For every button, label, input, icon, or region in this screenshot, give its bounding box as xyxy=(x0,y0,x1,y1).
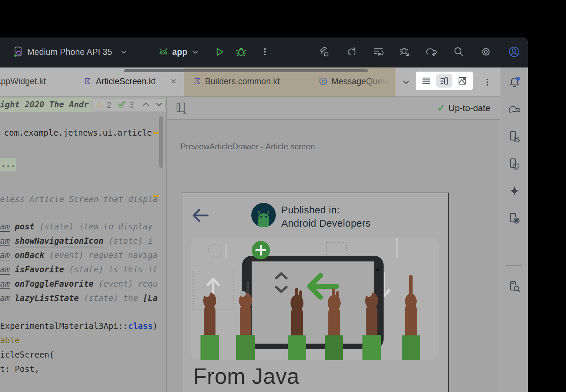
svg-text:A: A xyxy=(348,52,352,57)
article-hero-image xyxy=(191,237,439,360)
split-view-button[interactable] xyxy=(436,74,452,88)
right-tool-stripe xyxy=(500,67,528,392)
publisher-name: Android Developers xyxy=(281,218,371,229)
code-line: eless Article Screen that displa xyxy=(0,194,158,205)
gemini-sparkle-icon[interactable] xyxy=(508,185,521,197)
device-mirroring-icon[interactable] xyxy=(508,212,521,225)
ok-count: 3 xyxy=(129,100,134,110)
more-actions-kebab-icon[interactable] xyxy=(259,46,271,58)
tab-appwidget[interactable]: AppWidget.kt xyxy=(0,76,46,86)
tab-separator xyxy=(297,71,297,92)
tab-options-kebab-icon[interactable] xyxy=(482,77,492,87)
prev-chevron-up-icon[interactable] xyxy=(142,100,150,111)
tab-articlescreen[interactable]: ArticleScreen.kt xyxy=(96,76,155,86)
code-line: am onBack (event) request naviga xyxy=(0,250,158,261)
publisher-avatar xyxy=(251,203,276,227)
main-toolbar: Medium Phone API 35 app xyxy=(0,37,528,67)
design-view-button[interactable] xyxy=(454,74,471,88)
tab-overflow-fade xyxy=(361,68,396,96)
apply-changes-icon[interactable]: A xyxy=(345,46,357,58)
device-chevron-down-icon[interactable] xyxy=(120,48,128,56)
article-preview-card[interactable]: Published in: Android Developers xyxy=(181,193,449,392)
code-line: com.example.jetnews.ui.article xyxy=(4,127,152,138)
ok-checks-icon xyxy=(117,99,127,111)
preview-status: ✓Up-to-date xyxy=(437,103,490,114)
compose-preview-pane: ✓Up-to-date PreviewArticleDrawer - Artic… xyxy=(167,96,500,392)
article-title-line1: From Java xyxy=(193,364,299,389)
back-arrow-icon[interactable] xyxy=(192,208,209,223)
search-everywhere-icon[interactable] xyxy=(453,46,465,58)
attach-debugger-icon[interactable] xyxy=(399,46,411,58)
config-chevron-down-icon[interactable] xyxy=(192,48,199,56)
android-head-icon xyxy=(158,46,169,58)
preview-composable-label[interactable]: PreviewArticleDrawer - Article screen xyxy=(180,142,315,151)
code-line: am showNavigationIcon (state) i xyxy=(0,236,153,246)
code-editor[interactable]: ight 2020 The Andr ⚠ 2 3 com.example.jet… xyxy=(0,96,166,392)
android-studio-window: Medium Phone API 35 app xyxy=(0,37,528,392)
warning-stripe-mark xyxy=(153,195,159,197)
kotlin-file-icon xyxy=(194,77,201,85)
gradle-tool-icon[interactable] xyxy=(508,104,521,116)
device-selector[interactable]: Medium Phone API 35 xyxy=(27,47,112,57)
profile-avatar-icon[interactable] xyxy=(508,46,520,58)
code-line: am isFavorite (state) is this it xyxy=(0,264,158,275)
settings-gear-icon[interactable] xyxy=(480,46,492,58)
code-line: ight 2020 The Andr xyxy=(0,99,89,110)
device-icon xyxy=(12,46,24,58)
debug-button[interactable] xyxy=(235,46,247,58)
preview-toolbar: ✓Up-to-date xyxy=(167,97,500,120)
tab-close-icon[interactable]: ✕ xyxy=(170,77,177,86)
tab-list-chevron-down-icon[interactable] xyxy=(401,77,411,87)
kotlin-file-icon xyxy=(84,77,91,85)
tab-horizontal-scrollbar[interactable] xyxy=(124,69,368,72)
tab-builders-common[interactable]: Builders.common.kt xyxy=(205,76,280,86)
code-line: ExperimentalMaterial3Api::class) xyxy=(0,321,158,332)
build-hammer-icon[interactable] xyxy=(318,46,330,58)
code-line: am onToggleFavorite (event) requ xyxy=(0,278,158,289)
warning-icon: ⚠ xyxy=(96,101,103,109)
running-devices-icon[interactable] xyxy=(508,131,521,143)
device-explorer-icon[interactable] xyxy=(508,281,521,293)
notifications-bell-icon[interactable] xyxy=(508,76,521,88)
device-manager-icon[interactable] xyxy=(508,158,521,170)
code-line: t: Post, xyxy=(0,364,40,375)
apply-code-changes-icon[interactable] xyxy=(372,46,384,58)
code-line: icleScreen( xyxy=(0,349,54,360)
code-line: able xyxy=(0,335,20,346)
code-view-button[interactable] xyxy=(418,74,434,88)
editor-tab-bar: AppWidget.kt ArticleScreen.kt ✕ Builders… xyxy=(0,67,528,96)
code-line: am post (state) item to display xyxy=(0,221,153,232)
stripe-divider xyxy=(506,265,522,266)
toolbar-divider xyxy=(476,73,476,90)
svg-text:C: C xyxy=(322,79,325,84)
tab-separator xyxy=(74,71,74,92)
editor-view-mode-toggles xyxy=(416,72,473,90)
class-file-icon: C xyxy=(318,77,327,86)
preview-layout-options-icon[interactable] xyxy=(176,102,187,115)
warning-count: 2 xyxy=(107,100,111,110)
published-in-label: Published in: xyxy=(281,205,340,216)
editor-scrollbar[interactable] xyxy=(159,116,163,168)
gradle-sync-icon[interactable] xyxy=(426,46,438,58)
run-button[interactable] xyxy=(213,46,225,58)
code-line: am lazyListState (state) the [La xyxy=(0,293,158,304)
warning-stripe-mark xyxy=(153,132,159,134)
folded-imports-ellipsis[interactable]: ... xyxy=(1,159,15,169)
next-chevron-down-icon[interactable] xyxy=(154,100,163,111)
inspections-widget[interactable]: ⚠ 2 3 xyxy=(91,98,166,112)
check-icon: ✓ xyxy=(437,103,445,113)
run-config-selector[interactable]: app xyxy=(172,47,187,57)
tab-separator xyxy=(184,71,184,92)
